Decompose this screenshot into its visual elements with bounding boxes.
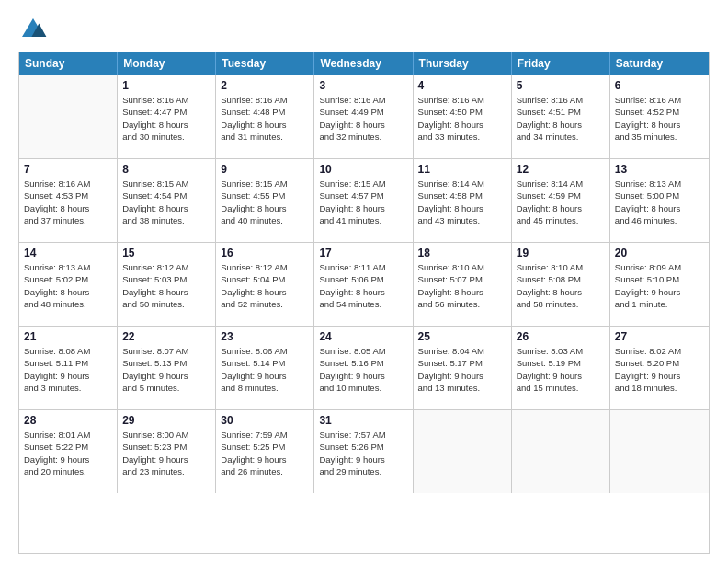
calendar-cell: 17Sunrise: 8:11 AM Sunset: 5:06 PM Dayli… (314, 243, 413, 326)
day-info: Sunrise: 8:03 AM Sunset: 5:19 PM Dayligh… (517, 345, 605, 394)
day-info: Sunrise: 8:08 AM Sunset: 5:11 PM Dayligh… (24, 345, 112, 394)
calendar-cell: 23Sunrise: 8:06 AM Sunset: 5:14 PM Dayli… (216, 327, 314, 409)
header-day-monday: Monday (118, 52, 216, 75)
day-number: 4 (418, 79, 506, 92)
day-info: Sunrise: 8:16 AM Sunset: 4:48 PM Dayligh… (221, 94, 309, 143)
calendar-cell (19, 75, 118, 158)
calendar-cell: 20Sunrise: 8:09 AM Sunset: 5:10 PM Dayli… (610, 243, 709, 326)
day-info: Sunrise: 8:16 AM Sunset: 4:51 PM Dayligh… (517, 94, 605, 143)
day-number: 25 (418, 330, 506, 343)
calendar-cell: 7Sunrise: 8:16 AM Sunset: 4:53 PM Daylig… (19, 159, 118, 242)
day-info: Sunrise: 8:11 AM Sunset: 5:06 PM Dayligh… (319, 261, 407, 310)
calendar-cell: 30Sunrise: 7:59 AM Sunset: 5:25 PM Dayli… (216, 410, 314, 493)
day-info: Sunrise: 8:12 AM Sunset: 5:03 PM Dayligh… (122, 261, 210, 310)
header-day-friday: Friday (512, 52, 610, 75)
day-info: Sunrise: 8:13 AM Sunset: 5:00 PM Dayligh… (615, 178, 704, 226)
calendar-week-1: 1Sunrise: 8:16 AM Sunset: 4:47 PM Daylig… (19, 75, 709, 158)
day-info: Sunrise: 8:14 AM Sunset: 4:58 PM Dayligh… (418, 178, 506, 226)
day-info: Sunrise: 8:13 AM Sunset: 5:02 PM Dayligh… (24, 261, 112, 310)
calendar-cell: 28Sunrise: 8:01 AM Sunset: 5:22 PM Dayli… (19, 410, 118, 493)
calendar: SundayMondayTuesdayWednesdayThursdayFrid… (18, 52, 710, 554)
calendar-cell: 14Sunrise: 8:13 AM Sunset: 5:02 PM Dayli… (19, 243, 118, 326)
calendar-body: 1Sunrise: 8:16 AM Sunset: 4:47 PM Daylig… (19, 75, 709, 493)
calendar-cell: 4Sunrise: 8:16 AM Sunset: 4:50 PM Daylig… (414, 75, 512, 158)
day-number: 26 (517, 330, 605, 343)
day-number: 29 (122, 414, 210, 427)
calendar-cell: 18Sunrise: 8:10 AM Sunset: 5:07 PM Dayli… (414, 243, 512, 326)
header-day-sunday: Sunday (19, 52, 118, 75)
day-info: Sunrise: 8:16 AM Sunset: 4:52 PM Dayligh… (615, 94, 704, 143)
day-number: 23 (221, 330, 309, 343)
calendar-cell: 29Sunrise: 8:00 AM Sunset: 5:23 PM Dayli… (118, 410, 216, 493)
day-number: 7 (24, 163, 112, 176)
day-info: Sunrise: 8:16 AM Sunset: 4:49 PM Dayligh… (319, 94, 407, 143)
day-info: Sunrise: 8:15 AM Sunset: 4:57 PM Dayligh… (319, 178, 407, 226)
calendar-cell: 5Sunrise: 8:16 AM Sunset: 4:51 PM Daylig… (512, 75, 610, 158)
calendar-cell: 12Sunrise: 8:14 AM Sunset: 4:59 PM Dayli… (512, 159, 610, 242)
day-number: 13 (615, 163, 704, 176)
calendar-cell: 31Sunrise: 7:57 AM Sunset: 5:26 PM Dayli… (314, 410, 413, 493)
calendar-cell: 25Sunrise: 8:04 AM Sunset: 5:17 PM Dayli… (414, 327, 512, 409)
day-number: 14 (24, 247, 112, 259)
day-info: Sunrise: 8:04 AM Sunset: 5:17 PM Dayligh… (418, 345, 506, 394)
calendar-cell: 10Sunrise: 8:15 AM Sunset: 4:57 PM Dayli… (314, 159, 413, 242)
calendar-cell: 26Sunrise: 8:03 AM Sunset: 5:19 PM Dayli… (512, 327, 610, 409)
header-day-thursday: Thursday (414, 52, 512, 75)
calendar-cell: 24Sunrise: 8:05 AM Sunset: 5:16 PM Dayli… (314, 327, 413, 409)
calendar-cell: 11Sunrise: 8:14 AM Sunset: 4:58 PM Dayli… (414, 159, 512, 242)
day-number: 9 (221, 163, 309, 176)
page: SundayMondayTuesdayWednesdayThursdayFrid… (0, 0, 728, 563)
calendar-cell: 19Sunrise: 8:10 AM Sunset: 5:08 PM Dayli… (512, 243, 610, 326)
day-info: Sunrise: 8:12 AM Sunset: 5:04 PM Dayligh… (221, 261, 309, 310)
day-info: Sunrise: 7:57 AM Sunset: 5:26 PM Dayligh… (319, 429, 407, 477)
day-info: Sunrise: 8:05 AM Sunset: 5:16 PM Dayligh… (319, 345, 407, 394)
day-info: Sunrise: 8:02 AM Sunset: 5:20 PM Dayligh… (615, 345, 704, 394)
day-number: 30 (221, 414, 309, 427)
day-info: Sunrise: 8:07 AM Sunset: 5:13 PM Dayligh… (122, 345, 210, 394)
day-number: 27 (615, 330, 704, 343)
calendar-cell: 21Sunrise: 8:08 AM Sunset: 5:11 PM Dayli… (19, 327, 118, 409)
calendar-week-2: 7Sunrise: 8:16 AM Sunset: 4:53 PM Daylig… (19, 158, 709, 242)
calendar-cell: 1Sunrise: 8:16 AM Sunset: 4:47 PM Daylig… (118, 75, 216, 158)
calendar-cell: 9Sunrise: 8:15 AM Sunset: 4:55 PM Daylig… (216, 159, 314, 242)
day-number: 11 (418, 163, 506, 176)
calendar-cell: 2Sunrise: 8:16 AM Sunset: 4:48 PM Daylig… (216, 75, 314, 158)
day-number: 18 (418, 247, 506, 259)
day-info: Sunrise: 8:06 AM Sunset: 5:14 PM Dayligh… (221, 345, 309, 394)
day-number: 15 (122, 247, 210, 259)
day-info: Sunrise: 8:15 AM Sunset: 4:55 PM Dayligh… (221, 178, 309, 226)
header-day-tuesday: Tuesday (216, 52, 314, 75)
calendar-cell: 8Sunrise: 8:15 AM Sunset: 4:54 PM Daylig… (118, 159, 216, 242)
day-number: 8 (122, 163, 210, 176)
day-number: 19 (517, 247, 605, 259)
day-info: Sunrise: 8:16 AM Sunset: 4:47 PM Dayligh… (122, 94, 210, 143)
day-number: 3 (319, 79, 407, 92)
day-info: Sunrise: 8:15 AM Sunset: 4:54 PM Dayligh… (122, 178, 210, 226)
header (18, 15, 710, 44)
day-info: Sunrise: 8:10 AM Sunset: 5:08 PM Dayligh… (517, 261, 605, 310)
day-number: 16 (221, 247, 309, 259)
day-number: 12 (517, 163, 605, 176)
day-number: 28 (24, 414, 112, 427)
calendar-cell: 22Sunrise: 8:07 AM Sunset: 5:13 PM Dayli… (118, 327, 216, 409)
calendar-cell: 3Sunrise: 8:16 AM Sunset: 4:49 PM Daylig… (314, 75, 413, 158)
day-number: 20 (615, 247, 704, 259)
day-info: Sunrise: 8:16 AM Sunset: 4:50 PM Dayligh… (418, 94, 506, 143)
calendar-week-5: 28Sunrise: 8:01 AM Sunset: 5:22 PM Dayli… (19, 409, 709, 493)
day-number: 22 (122, 330, 210, 343)
day-info: Sunrise: 8:09 AM Sunset: 5:10 PM Dayligh… (615, 261, 704, 310)
day-number: 24 (319, 330, 407, 343)
calendar-cell: 27Sunrise: 8:02 AM Sunset: 5:20 PM Dayli… (610, 327, 709, 409)
calendar-cell: 6Sunrise: 8:16 AM Sunset: 4:52 PM Daylig… (610, 75, 709, 158)
day-info: Sunrise: 8:14 AM Sunset: 4:59 PM Dayligh… (517, 178, 605, 226)
calendar-week-4: 21Sunrise: 8:08 AM Sunset: 5:11 PM Dayli… (19, 326, 709, 409)
day-number: 31 (319, 414, 407, 427)
day-info: Sunrise: 7:59 AM Sunset: 5:25 PM Dayligh… (221, 429, 309, 477)
calendar-cell: 15Sunrise: 8:12 AM Sunset: 5:03 PM Dayli… (118, 243, 216, 326)
day-number: 6 (615, 79, 704, 92)
day-info: Sunrise: 8:16 AM Sunset: 4:53 PM Dayligh… (24, 178, 112, 226)
calendar-cell (610, 410, 709, 493)
header-day-saturday: Saturday (610, 52, 709, 75)
day-number: 17 (319, 247, 407, 259)
day-info: Sunrise: 8:00 AM Sunset: 5:23 PM Dayligh… (122, 429, 210, 477)
